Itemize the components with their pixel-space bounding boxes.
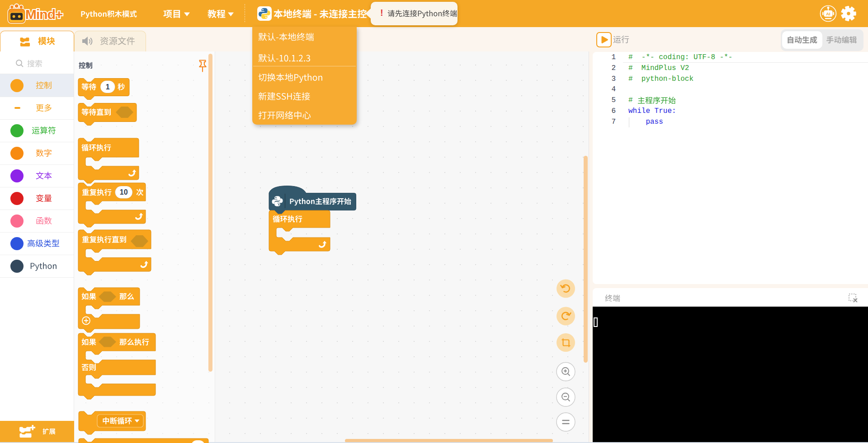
svg-text:AI: AI [826, 11, 830, 16]
